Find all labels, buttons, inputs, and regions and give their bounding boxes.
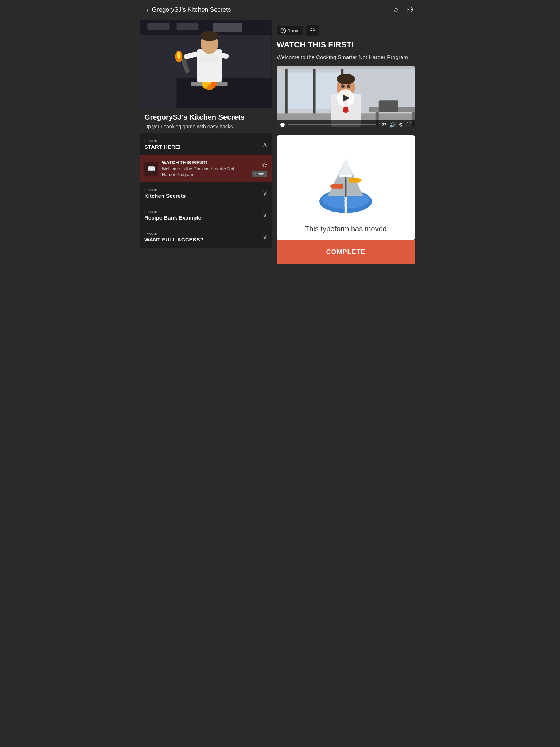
complete-button[interactable]: COMPLETE [277,240,415,264]
chevron-down-icon-access: ∨ [262,233,267,241]
lesson-section-start: Lesson START HERE! ∧ 📖 WATCH THIS FIRST!… [140,133,272,182]
course-info: GregorySJ's Kitchen Secrets Up your cook… [140,108,272,133]
svg-point-13 [201,31,218,41]
svg-point-36 [337,74,355,85]
lesson-header-start[interactable]: Lesson START HERE! ∧ [140,133,272,155]
svg-marker-50 [349,178,362,183]
svg-rect-32 [379,101,398,112]
lesson-header-access[interactable]: Lesson WANT FULL ACCESS? ∨ [140,226,272,248]
lesson-star-icon[interactable]: ☆ [261,161,267,169]
lesson-item-watch-first[interactable]: 📖 WATCH THIS FIRST! Welcome to the Cooki… [140,155,272,182]
meta-link-badge[interactable]: ⚇ [306,25,319,36]
typeform-content: This typeform has moved [277,135,415,240]
progress-dot [280,123,285,127]
settings-icon[interactable]: ⚙ [398,122,403,128]
lesson-header-recipe[interactable]: Lesson Recipe Bank Example ∨ [140,204,272,226]
content-title: WATCH THIS FIRST! [277,40,415,50]
course-subtitle: Up your cooking game with easy hacks [144,124,267,129]
svg-rect-20 [199,55,217,62]
svg-rect-3 [176,23,198,30]
lesson-duration-badge: 1 min [252,171,267,177]
time-badge: 1 min [277,26,303,35]
meta-row: 1 min ⚇ [277,25,415,36]
svg-rect-48 [344,204,347,206]
svg-marker-51 [330,184,343,189]
svg-rect-47 [344,201,347,202]
lesson-label-access: Lesson [144,231,203,236]
video-time: 1:37 [379,123,386,127]
video-thumbnail: 1:37 🔊 ⚙ ⛶ [277,66,415,130]
svg-point-37 [341,84,345,88]
video-player[interactable]: 1:37 🔊 ⚙ ⛶ [277,66,415,130]
chevron-down-icon-kitchen: ∨ [262,189,267,197]
play-triangle-icon [343,94,350,102]
svg-rect-14 [201,33,218,35]
bookmark-icon[interactable]: ☆ [392,5,400,15]
lesson-section-recipe: Lesson Recipe Bank Example ∨ [140,204,272,226]
lesson-section-kitchen: Lesson Kitchen Secrets ∨ [140,182,272,204]
typeform-illustration [316,146,375,219]
lesson-label-recipe: Lesson [144,209,201,214]
left-column: GregorySJ's Kitchen Secrets Up your cook… [140,20,272,248]
lesson-item-book-icon: 📖 [144,162,158,176]
content-desc: Welcome to the Cooking Smarter Not Harde… [277,53,415,61]
course-title: GregorySJ's Kitchen Secrets [144,113,267,121]
hero-image [140,20,272,108]
lesson-header-kitchen[interactable]: Lesson Kitchen Secrets ∨ [140,182,272,204]
fullscreen-icon[interactable]: ⛶ [406,122,411,128]
lesson-name-start: START HERE! [144,144,181,150]
chevron-up-icon: ∧ [262,140,267,148]
main-layout: GregorySJ's Kitchen Secrets Up your cook… [140,20,420,264]
lesson-label-start: Lesson [144,139,181,143]
time-label: 1 min [288,28,300,33]
typeform-moved-text: This typeform has moved [305,225,387,233]
header-right: ☆ ⚇ [392,5,413,15]
typeform-card: This typeform has moved [277,135,415,240]
lesson-name-kitchen: Kitchen Secrets [144,193,186,199]
right-column: 1 min ⚇ WATCH THIS FIRST! Welcome to the… [272,20,420,264]
lesson-name-recipe: Recipe Bank Example [144,214,201,221]
svg-marker-44 [338,159,353,175]
volume-icon[interactable]: 🔊 [389,122,396,128]
svg-point-38 [347,84,350,88]
lesson-item-title: WATCH THIS FIRST! [162,160,248,165]
lesson-item-desc: Welcome to the Cooking Smarter Not Harde… [162,166,248,178]
svg-rect-49 [345,177,347,197]
progress-bar[interactable] [288,124,376,125]
svg-rect-4 [213,23,242,32]
link-icon[interactable]: ⚇ [406,5,413,15]
lesson-name-access: WANT FULL ACCESS? [144,236,203,243]
header-title: GregorySJ's Kitchen Secrets [152,6,231,13]
lesson-section-access: Lesson WANT FULL ACCESS? ∨ [140,226,272,248]
svg-rect-46 [344,197,347,198]
video-controls: 1:37 🔊 ⚙ ⛶ [277,120,415,130]
lesson-label-kitchen: Lesson [144,187,186,192]
chevron-down-icon-recipe: ∨ [262,211,267,219]
back-button[interactable]: ‹ [147,6,149,14]
header-left: ‹ GregorySJ's Kitchen Secrets [147,6,231,14]
clock-icon [280,28,286,34]
svg-rect-23 [287,73,313,109]
header: ‹ GregorySJ's Kitchen Secrets ☆ ⚇ [140,0,420,20]
svg-rect-2 [147,23,169,30]
svg-point-19 [177,52,180,59]
